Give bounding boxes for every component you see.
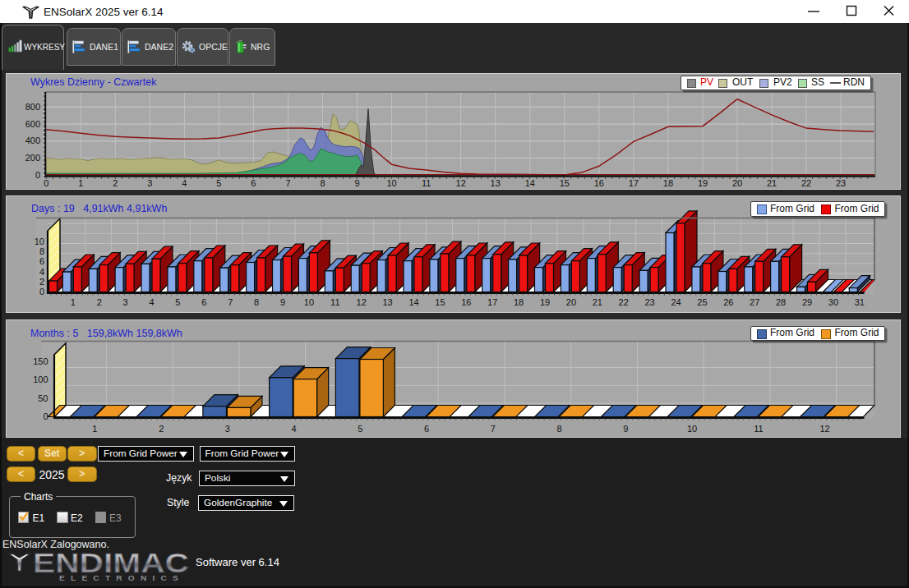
svg-text:400: 400	[25, 136, 40, 145]
svg-text:15: 15	[435, 297, 445, 307]
svg-text:14: 14	[525, 178, 535, 188]
svg-text:9: 9	[280, 297, 285, 307]
svg-text:8: 8	[320, 178, 325, 188]
svg-text:7: 7	[228, 297, 233, 307]
svg-text:15: 15	[560, 178, 570, 188]
svg-text:2: 2	[159, 424, 164, 434]
svg-text:19: 19	[698, 178, 708, 188]
svg-text:6: 6	[424, 424, 429, 434]
svg-text:31: 31	[855, 297, 865, 307]
svg-text:200: 200	[25, 153, 40, 163]
svg-text:800: 800	[25, 102, 40, 112]
svg-text:11: 11	[422, 178, 431, 188]
svg-text:3: 3	[147, 178, 152, 188]
svg-text:12: 12	[456, 178, 466, 188]
svg-text:13: 13	[491, 178, 501, 188]
svg-text:3: 3	[123, 297, 128, 307]
svg-text:9: 9	[355, 178, 360, 188]
svg-text:17: 17	[487, 297, 497, 307]
svg-text:7: 7	[491, 424, 496, 434]
svg-text:100: 100	[33, 374, 48, 384]
svg-text:5: 5	[175, 297, 180, 307]
svg-text:5: 5	[358, 424, 362, 434]
svg-text:10: 10	[687, 424, 697, 434]
svg-text:26: 26	[723, 297, 733, 307]
svg-text:16: 16	[461, 297, 471, 307]
svg-text:30: 30	[828, 297, 838, 307]
svg-text:12: 12	[819, 424, 829, 434]
svg-text:1: 1	[92, 424, 97, 434]
svg-text:6: 6	[39, 256, 44, 266]
svg-text:3: 3	[225, 424, 230, 434]
svg-text:18: 18	[514, 297, 524, 307]
svg-text:4: 4	[149, 297, 154, 307]
svg-text:2: 2	[39, 277, 44, 287]
svg-text:1: 1	[71, 297, 76, 307]
svg-text:10: 10	[35, 237, 44, 246]
svg-text:18: 18	[663, 178, 673, 188]
svg-text:11: 11	[754, 424, 763, 434]
svg-text:14: 14	[408, 297, 418, 307]
svg-text:19: 19	[540, 297, 550, 307]
svg-text:2: 2	[113, 178, 118, 188]
svg-text:10: 10	[304, 297, 314, 307]
svg-text:5: 5	[216, 178, 221, 188]
svg-text:600: 600	[25, 119, 40, 129]
svg-text:0: 0	[44, 178, 48, 188]
svg-text:20: 20	[566, 297, 576, 307]
svg-text:20: 20	[732, 178, 742, 188]
svg-text:6: 6	[201, 297, 206, 307]
svg-text:13: 13	[382, 297, 392, 307]
svg-text:25: 25	[697, 297, 707, 307]
svg-text:8: 8	[39, 246, 44, 256]
svg-text:ELECTRONICS: ELECTRONICS	[59, 574, 184, 582]
svg-text:0: 0	[39, 287, 44, 296]
svg-text:7: 7	[285, 178, 290, 188]
svg-text:8: 8	[557, 424, 562, 434]
svg-text:17: 17	[629, 178, 639, 188]
svg-text:22: 22	[801, 178, 811, 188]
svg-text:21: 21	[767, 178, 777, 188]
svg-text:23: 23	[644, 297, 654, 307]
svg-text:6: 6	[251, 178, 256, 188]
svg-text:8: 8	[254, 297, 259, 307]
svg-text:12: 12	[357, 297, 367, 307]
svg-text:0: 0	[35, 170, 40, 180]
svg-text:29: 29	[802, 297, 812, 307]
svg-text:10: 10	[386, 178, 396, 188]
svg-text:21: 21	[593, 297, 602, 307]
svg-text:16: 16	[594, 178, 604, 188]
svg-text:2: 2	[97, 297, 102, 307]
svg-text:4: 4	[182, 178, 187, 188]
svg-text:4: 4	[292, 424, 297, 434]
svg-text:23: 23	[836, 178, 846, 188]
svg-text:27: 27	[750, 297, 759, 307]
svg-text:4: 4	[39, 267, 44, 277]
svg-text:150: 150	[33, 356, 48, 366]
svg-text:0: 0	[43, 411, 48, 421]
svg-text:50: 50	[38, 393, 48, 403]
svg-text:1: 1	[78, 178, 83, 188]
svg-text:28: 28	[776, 297, 786, 307]
svg-text:22: 22	[619, 297, 629, 307]
svg-text:11: 11	[330, 297, 339, 307]
svg-text:9: 9	[623, 424, 628, 434]
svg-text:24: 24	[671, 297, 681, 307]
